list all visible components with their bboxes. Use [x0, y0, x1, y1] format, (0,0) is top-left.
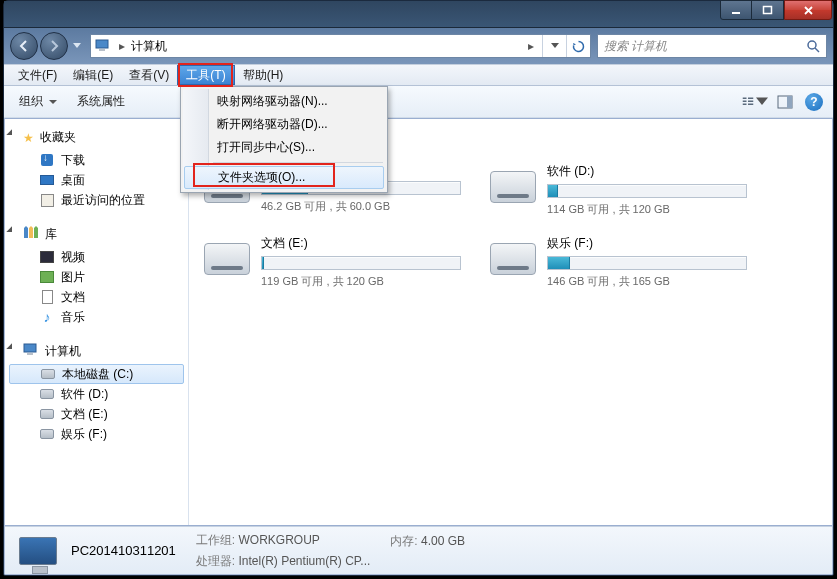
nav-row: ▸ 计算机 ▸ 搜索 计算机 — [4, 28, 833, 64]
computer-icon — [91, 39, 115, 53]
dd-separator — [213, 162, 383, 163]
toolbar-system-properties[interactable]: 系统属性 — [68, 90, 134, 114]
document-icon — [39, 289, 55, 305]
libraries-icon — [23, 226, 39, 243]
drive-name: 文档 (E:) — [261, 235, 483, 252]
libraries-header[interactable]: 库 — [5, 224, 188, 247]
address-bar[interactable]: ▸ 计算机 ▸ — [90, 34, 591, 58]
svg-rect-3 — [99, 49, 105, 51]
drive-f[interactable]: 娱乐 (F:) 146 GB 可用 , 共 165 GB — [489, 235, 769, 289]
nav-downloads[interactable]: 下载 — [5, 150, 188, 170]
download-icon — [39, 152, 55, 168]
nav-pictures[interactable]: 图片 — [5, 267, 188, 287]
menu-view[interactable]: 查看(V) — [121, 65, 177, 85]
nav-back-button[interactable] — [10, 32, 38, 60]
dd-folder-options[interactable]: 文件夹选项(O)... — [184, 166, 384, 189]
disk-icon — [40, 366, 56, 382]
svg-rect-10 — [748, 103, 753, 105]
dd-open-sync-center[interactable]: 打开同步中心(S)... — [183, 136, 385, 159]
menu-edit[interactable]: 编辑(E) — [65, 65, 121, 85]
drive-bar — [261, 256, 461, 270]
drive-d[interactable]: 软件 (D:) 114 GB 可用 , 共 120 GB — [489, 163, 769, 217]
help-button[interactable]: ? — [805, 93, 823, 111]
svg-rect-6 — [743, 100, 747, 102]
nav-videos[interactable]: 视频 — [5, 247, 188, 267]
computer-large-icon — [15, 531, 61, 571]
drive-subtext: 146 GB 可用 , 共 165 GB — [547, 274, 769, 289]
svg-rect-0 — [732, 12, 740, 14]
titlebar — [4, 1, 833, 28]
dd-map-network-drive[interactable]: 映射网络驱动器(N)... — [183, 90, 385, 113]
svg-rect-8 — [748, 97, 753, 99]
nav-music[interactable]: ♪ 音乐 — [5, 307, 188, 327]
body-split: ★ 收藏夹 下载 桌面 最近访问的位置 — [5, 119, 832, 525]
menu-file[interactable]: 文件(F) — [10, 65, 65, 85]
nav-pane: ★ 收藏夹 下载 桌面 最近访问的位置 — [5, 119, 189, 525]
details-computer-name: PC201410311201 — [71, 543, 176, 558]
favorites-group: ★ 收藏夹 下载 桌面 最近访问的位置 — [5, 127, 188, 210]
minimize-button[interactable] — [720, 0, 752, 20]
drive-name: 软件 (D:) — [547, 163, 769, 180]
nav-drive-f[interactable]: 娱乐 (F:) — [5, 424, 188, 444]
computer-nav-icon — [23, 343, 39, 360]
address-dropdown-button[interactable] — [542, 35, 566, 57]
details-cpu-value: Intel(R) Pentium(R) CP... — [239, 554, 371, 568]
breadcrumb-arrow-end[interactable]: ▸ — [528, 39, 534, 53]
nav-desktop[interactable]: 桌面 — [5, 170, 188, 190]
nav-forward-button[interactable] — [40, 32, 68, 60]
video-icon — [39, 249, 55, 265]
svg-rect-2 — [96, 40, 108, 48]
svg-rect-7 — [743, 103, 747, 105]
drive-icon — [489, 163, 537, 203]
nav-documents[interactable]: 文档 — [5, 287, 188, 307]
refresh-button[interactable] — [566, 35, 590, 57]
preview-pane-button[interactable] — [771, 90, 799, 114]
svg-rect-1 — [764, 6, 772, 13]
details-memory-key: 内存: — [390, 534, 417, 548]
disk-icon — [39, 426, 55, 442]
disk-icon — [39, 406, 55, 422]
drive-bar — [547, 256, 747, 270]
nav-history-button[interactable] — [70, 36, 84, 56]
menubar: 文件(F) 编辑(E) 查看(V) 工具(T) 帮助(H) — [4, 64, 833, 86]
nav-buttons — [10, 32, 84, 60]
recent-icon — [39, 192, 55, 208]
view-mode-button[interactable] — [741, 90, 769, 114]
computer-group: 计算机 本地磁盘 (C:) 软件 (D:) 文档 (E:) 娱乐 (F:) — [5, 341, 188, 444]
drive-subtext: 119 GB 可用 , 共 120 GB — [261, 274, 483, 289]
drive-icon — [203, 235, 251, 275]
nav-drive-e[interactable]: 文档 (E:) — [5, 404, 188, 424]
menu-tools[interactable]: 工具(T) — [177, 65, 234, 85]
drive-name: 娱乐 (F:) — [547, 235, 769, 252]
drive-subtext: 114 GB 可用 , 共 120 GB — [547, 202, 769, 217]
libraries-group: 库 视频 图片 文档 ♪ 音乐 — [5, 224, 188, 327]
music-icon: ♪ — [39, 309, 55, 325]
svg-rect-9 — [748, 100, 753, 102]
nav-recent[interactable]: 最近访问的位置 — [5, 190, 188, 210]
maximize-button[interactable] — [752, 0, 784, 20]
svg-rect-13 — [24, 344, 36, 352]
nav-drive-c[interactable]: 本地磁盘 (C:) — [9, 364, 184, 384]
menu-help[interactable]: 帮助(H) — [235, 65, 292, 85]
computer-header[interactable]: 计算机 — [5, 341, 188, 364]
svg-point-4 — [808, 41, 816, 49]
details-workgroup-key: 工作组: — [196, 533, 235, 547]
close-button[interactable] — [784, 0, 832, 20]
svg-rect-14 — [27, 353, 33, 355]
drive-e[interactable]: 文档 (E:) 119 GB 可用 , 共 120 GB — [203, 235, 483, 289]
libraries-label: 库 — [45, 226, 57, 243]
search-placeholder: 搜索 计算机 — [598, 38, 800, 55]
search-box[interactable]: 搜索 计算机 — [597, 34, 827, 58]
star-icon: ★ — [23, 131, 34, 145]
desktop-icon — [39, 172, 55, 188]
favorites-header[interactable]: ★ 收藏夹 — [5, 127, 188, 150]
drive-bar — [547, 184, 747, 198]
drive-subtext: 46.2 GB 可用 , 共 60.0 GB — [261, 199, 483, 214]
toolbar-organize[interactable]: 组织 — [10, 90, 66, 114]
breadcrumb-arrow[interactable]: ▸ — [119, 39, 125, 53]
search-icon[interactable] — [800, 39, 826, 53]
explorer-window: ▸ 计算机 ▸ 搜索 计算机 文件(F) 编辑(E) 查看(V) 工具(T) 帮… — [3, 0, 834, 576]
nav-drive-d[interactable]: 软件 (D:) — [5, 384, 188, 404]
dd-disconnect-network-drive[interactable]: 断开网络驱动器(D)... — [183, 113, 385, 136]
details-cpu-key: 处理器: — [196, 554, 235, 568]
